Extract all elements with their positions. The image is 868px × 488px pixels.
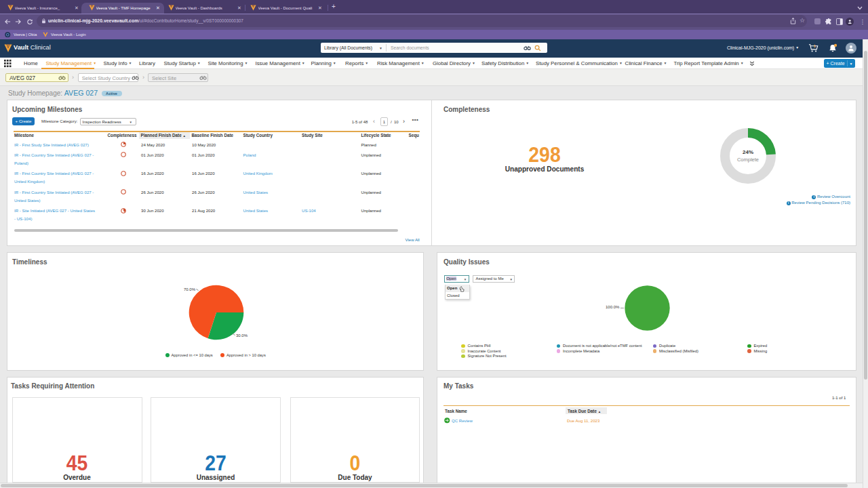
- svg-text:1: 1: [814, 44, 816, 48]
